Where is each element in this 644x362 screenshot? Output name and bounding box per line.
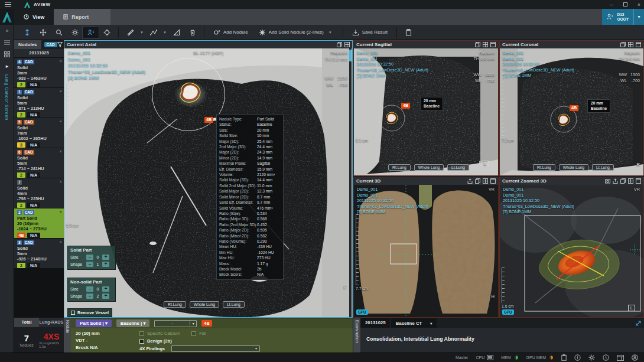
nodule-badge-4b[interactable]: 4B (204, 117, 213, 123)
threed-viewport[interactable]: Demo_001Demo_00120131025 10:32:50Thorax^… (354, 185, 498, 317)
history-icon[interactable] (603, 354, 609, 361)
layout-icon[interactable] (483, 42, 488, 47)
copy-icon[interactable] (620, 178, 626, 184)
layout-icon[interactable] (628, 178, 633, 184)
examination-date-tab[interactable]: 20131025 (360, 318, 391, 328)
total-tab[interactable]: Total (14, 318, 39, 327)
polyline-dropdown-icon[interactable]: ▾ (161, 30, 168, 35)
layout-icon[interactable] (344, 42, 350, 47)
nonsolid-size-plus-button[interactable]: + (102, 286, 109, 292)
fullscreen-icon[interactable] (636, 178, 641, 184)
window-level-tool[interactable] (67, 27, 83, 38)
menu-icon[interactable] (5, 2, 11, 7)
study-select-dropdown[interactable]: Baseline CT▾ (391, 318, 437, 328)
polyline-measure-tool[interactable] (145, 27, 161, 38)
nodule-panel-tab[interactable]: Nodule (64, 318, 71, 353)
sagittal-viewport[interactable]: Demo_001Demo_00120131025 10:32:50Thorax^… (354, 48, 498, 175)
nodules-tab[interactable]: Nodules (14, 40, 41, 49)
save-result-button[interactable]: Save Result (347, 27, 393, 38)
solid-shape-plus-button[interactable]: + (102, 262, 109, 267)
settings-gear-icon[interactable] (588, 354, 595, 361)
nodule-card[interactable]: 2 CAD × Part Solid 20 (10)mm -1024 ~ 273… (14, 208, 64, 238)
nodule-card[interactable]: 1 CAD × Solid 5mm -871 ~ 213HU 2 N/A (14, 88, 64, 118)
zoom-tool[interactable] (51, 27, 67, 38)
angle-tool[interactable] (168, 27, 184, 38)
user-box[interactable]: D13OOOY ▾ (602, 9, 644, 25)
close-icon[interactable]: × (60, 119, 62, 124)
close-icon[interactable]: × (60, 89, 62, 94)
lung-region-button[interactable]: Lt.Lung (592, 164, 614, 171)
nodule-type-button[interactable]: Part Solid | ▾ (76, 319, 112, 327)
study-date[interactable]: 20131025 (14, 49, 64, 57)
findings-dropdown[interactable]: ▾ (171, 345, 260, 352)
solid-size-minus-button[interactable]: – (86, 255, 93, 260)
lung-region-button[interactable]: Rt.Lung (388, 164, 411, 171)
close-icon[interactable]: × (60, 209, 62, 214)
axial-viewport[interactable]: Demo_001Demo_00120131025 10:32:50Thorax^… (64, 48, 352, 317)
nonsolid-shape-plus-button[interactable]: + (102, 293, 109, 299)
slice-scrollbar-handle[interactable] (349, 50, 352, 61)
lungrads-tab[interactable]: Lung-RADS (39, 318, 64, 327)
nodule-edit-tool[interactable] (83, 27, 99, 38)
solid-shape-minus-button[interactable]: – (86, 262, 93, 267)
stack-scroll-tool[interactable] (19, 27, 35, 38)
examination-panel-tab[interactable]: Examination (353, 318, 360, 353)
lung-region-button[interactable]: Whole Lung (190, 301, 219, 308)
remove-vessel-checkbox[interactable] (71, 311, 75, 315)
account-avatar-icon[interactable] (632, 354, 638, 361)
tab-view[interactable]: View (14, 9, 54, 25)
collapse-rail-icon[interactable]: » (0, 25, 14, 37)
add-nodule-button[interactable]: Add Nodule (208, 27, 253, 38)
nodule-badge-4b[interactable]: 4B (570, 105, 578, 111)
nodule-extra-dropdown[interactable]: -▾ (154, 320, 197, 327)
close-icon[interactable]: × (60, 239, 62, 244)
ruler-dropdown-icon[interactable]: ▾ (138, 30, 145, 35)
slice-scrollbar[interactable] (349, 48, 352, 317)
pan-tool[interactable] (35, 27, 51, 38)
layout-icon[interactable] (628, 42, 633, 47)
nodule-badge-4b[interactable]: 4B (401, 103, 410, 109)
add-solid-nodule-button[interactable]: Add Solid Nodule (2-lines) ▾ (253, 27, 339, 38)
minimize-button[interactable]: – (610, 2, 613, 8)
info-icon[interactable] (574, 354, 581, 361)
nodule-card[interactable]: 6 CAD × Solid 5mm -714 ~ 281HU 2 N/A (14, 148, 64, 178)
filter-icon[interactable] (57, 42, 63, 47)
lung-region-button[interactable]: Rt.Lung (533, 164, 555, 171)
nodule-card[interactable]: 3 CAD × Solid 5mm -926 ~ 2140HU 2 N/A (14, 239, 64, 268)
capture-icon[interactable] (605, 178, 610, 184)
cad-toggle[interactable]: CAD (44, 42, 57, 47)
expand-icon[interactable] (635, 320, 642, 327)
user-chevron-icon[interactable]: ▾ (633, 9, 644, 25)
nonsolid-shape-minus-button[interactable]: – (86, 293, 93, 299)
lung-region-button[interactable]: Rt.Lung (164, 301, 186, 308)
add-solid-dropdown-icon[interactable]: ▾ (327, 30, 334, 35)
ruler-tool[interactable] (122, 27, 138, 38)
nodule-card[interactable]: 4 CAD × Solid 3mm -938 ~ 1463HU 2 N/A (14, 58, 64, 87)
nodule-card[interactable]: 7 × Solid 4mm -798 ~ 225HU 2 N/A (14, 178, 64, 208)
coronal-viewport[interactable]: Demo_001Demo_00120131025 10:32:50Thorax^… (500, 48, 643, 175)
rail-grid-icon[interactable] (0, 48, 14, 60)
workflow-label[interactable]: Lung Cancer Screen (4, 74, 9, 120)
clipboard-status-icon[interactable] (561, 354, 567, 361)
export-icon[interactable] (613, 178, 618, 184)
lung-region-button[interactable]: Whole Lung (559, 164, 588, 171)
copy-icon[interactable] (475, 42, 480, 47)
zoomed3d-viewport[interactable]: Demo_001Demo_00120131025 10:32:50Thorax^… (500, 185, 643, 317)
lung-region-button[interactable]: Lt.Lung (447, 164, 469, 171)
copy-icon[interactable] (475, 178, 480, 184)
fat-checkbox[interactable] (191, 331, 196, 336)
nodule-card[interactable]: 5 CAD × Solid 7mm -1002 ~ 265HU 3 N/A (14, 118, 64, 148)
fullscreen-icon[interactable] (636, 42, 641, 47)
tab-report[interactable]: Report (54, 9, 110, 25)
crosshair-tool[interactable] (99, 27, 115, 38)
lung-region-button[interactable]: Whole Lung (414, 164, 444, 171)
nonsolid-size-minus-button[interactable]: – (86, 286, 93, 292)
rail-arrow-icon[interactable]: ▸ (0, 60, 14, 72)
fullscreen-icon[interactable] (490, 178, 496, 184)
nodule-status-button[interactable]: Baseline | ▾ (116, 319, 150, 327)
delete-tool[interactable] (184, 27, 200, 38)
specific-calcium-checkbox[interactable] (139, 331, 144, 336)
close-icon[interactable]: × (60, 149, 62, 154)
close-icon[interactable]: × (60, 58, 62, 64)
maximize-button[interactable] (623, 2, 627, 6)
